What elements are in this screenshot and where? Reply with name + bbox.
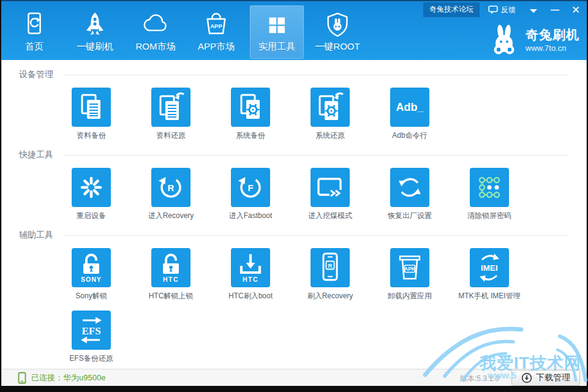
status-bar: 已连接：华为u9500e 版本:5.3.1.0 下载管理 <box>1 369 587 386</box>
section-quick-tools-row: 重启设备 R 进入Recovery F 进入 <box>2 168 586 221</box>
section-divider <box>63 155 569 156</box>
data-restore-icon <box>151 88 190 127</box>
tool-adb-cli[interactable]: Adb_ Adb命令行 <box>370 88 450 141</box>
tool-label: Adb命令行 <box>392 130 427 141</box>
svg-text:Adb_: Adb_ <box>396 101 424 113</box>
tool-system-backup[interactable]: 系统备份 <box>211 88 290 141</box>
svg-text:SONY: SONY <box>81 276 102 283</box>
efs-icon: EFS <box>72 311 111 350</box>
tool-system-restore[interactable]: 系统还原 <box>290 88 370 141</box>
htc-lock-icon: HTC <box>151 248 190 287</box>
tool-clear-lock-password[interactable]: 清除锁屏密码 <box>450 168 529 221</box>
tab-rom-market[interactable]: ROM市场 <box>129 6 183 59</box>
tool-label: 清除锁屏密码 <box>467 211 511 221</box>
tool-efs-backup-restore[interactable]: EFS EFS备份还原 <box>51 311 131 364</box>
tab-home[interactable]: 首页 <box>7 6 61 59</box>
grid-icon <box>263 11 291 39</box>
feedback-label: 反馈 <box>501 5 516 15</box>
tool-data-backup[interactable]: 资料备份 <box>51 88 131 141</box>
uninstall-apk-icon: APK <box>390 248 429 287</box>
download-manager-label: 下载管理 <box>536 372 570 383</box>
svg-text:APP: APP <box>210 23 222 29</box>
forum-button[interactable]: 奇兔技术论坛 <box>423 2 480 17</box>
htc-boot-icon: HTC <box>231 248 270 287</box>
tab-label: APP市场 <box>198 41 235 53</box>
tool-htc-unlock-relock[interactable]: HTC HTC解锁上锁 <box>131 248 211 301</box>
shopping-bag-icon: APP <box>202 11 230 39</box>
tool-enter-download-mode[interactable]: 进入挖煤模式 <box>290 168 370 221</box>
tool-factory-reset[interactable]: 恢复出厂设置 <box>370 168 450 221</box>
download-icon <box>521 372 532 383</box>
rocket-icon <box>81 11 109 39</box>
tool-htc-flash-boot[interactable]: HTC HTC刷入boot <box>211 248 290 301</box>
tab-label: ROM市场 <box>136 41 176 53</box>
connection-text: 已连接：华为u9500e <box>31 372 105 383</box>
tool-flash-recovery[interactable]: R 刷入Recovery <box>290 248 370 301</box>
svg-text:R: R <box>328 262 333 269</box>
section-divider <box>63 235 569 236</box>
recovery-icon: R <box>151 168 190 207</box>
imei-icon: IMEI <box>470 248 509 287</box>
tab-app-market[interactable]: APP APP市场 <box>189 6 243 59</box>
app-logo: 奇兔刷机 www.7to.cn <box>487 22 579 56</box>
svg-text:HTC: HTC <box>243 276 258 283</box>
svg-text:R: R <box>168 183 175 193</box>
tab-one-key-root[interactable]: 一键ROOT <box>311 6 364 59</box>
section-title: 辅助工具 <box>19 230 53 241</box>
fastboot-icon: F <box>231 168 270 207</box>
flash-recovery-icon: R <box>311 248 350 287</box>
tool-label: 卸载内置应用 <box>388 291 432 301</box>
cloud-icon <box>141 11 170 39</box>
tool-label: 进入Fastboot <box>229 211 273 221</box>
minimize-button[interactable]: — <box>549 5 561 15</box>
tool-label: 进入Recovery <box>148 211 194 221</box>
svg-text:HTC: HTC <box>163 276 179 283</box>
tool-label: 恢复出厂设置 <box>388 211 432 221</box>
section-aux-tools-row: SONY Sony解锁 HTC HTC解锁上锁 <box>2 248 586 364</box>
download-manager-button[interactable]: 下载管理 <box>511 370 580 386</box>
tool-label: Sony解锁 <box>75 291 107 301</box>
tool-data-restore[interactable]: 资料还原 <box>131 88 211 141</box>
restart-icon <box>72 168 111 207</box>
section-title: 快捷工具 <box>19 149 53 160</box>
svg-text:EFS: EFS <box>81 325 100 337</box>
section-device-management-header: 设备管理 <box>2 69 586 81</box>
tool-label: 系统备份 <box>236 130 265 141</box>
header: 首页 一键刷机 <box>1 0 587 60</box>
tool-enter-recovery[interactable]: R 进入Recovery <box>131 168 211 221</box>
tool-label: 进入挖煤模式 <box>308 211 352 221</box>
tool-enter-fastboot[interactable]: F 进入Fastboot <box>211 168 290 221</box>
system-backup-icon <box>231 88 270 127</box>
tool-label: 资料还原 <box>156 130 186 141</box>
svg-text:IMEI: IMEI <box>481 263 498 273</box>
download-mode-icon <box>311 168 350 207</box>
adb-cli-icon: Adb_ <box>390 88 429 127</box>
home-phone-refresh-icon <box>20 11 48 39</box>
menu-dropdown-button[interactable] <box>527 4 540 15</box>
app-window: 首页 一键刷机 <box>0 0 588 392</box>
factory-reset-icon <box>390 168 429 207</box>
nav-tabs: 首页 一键刷机 <box>7 2 364 60</box>
tool-label: 刷入Recovery <box>307 291 353 301</box>
svg-text:APK: APK <box>404 266 416 272</box>
tab-one-key-flash[interactable]: 一键刷机 <box>68 6 122 59</box>
tool-uninstall-builtin-apps[interactable]: APK 卸载内置应用 <box>370 248 450 301</box>
tool-mtk-imei-manager[interactable]: IMEI MTK手机 IMEI管理 <box>450 248 529 301</box>
section-device-management-row: 资料备份 资料还原 <box>2 88 586 141</box>
feedback-button[interactable]: 反馈 <box>488 5 516 15</box>
tool-restart-device[interactable]: 重启设备 <box>51 168 131 221</box>
data-backup-icon <box>72 88 111 127</box>
svg-text:F: F <box>247 183 253 193</box>
tab-label: 实用工具 <box>258 41 295 53</box>
speech-bubble-icon <box>488 5 498 15</box>
tab-utility-tools[interactable]: 实用工具 <box>250 6 304 59</box>
rabbit-logo-icon <box>487 22 521 56</box>
tool-sony-unlock[interactable]: SONY Sony解锁 <box>51 248 131 301</box>
close-button[interactable]: ✕ <box>570 4 582 17</box>
phone-connected-icon <box>18 372 26 384</box>
version-text: 版本:5.3.1.0 <box>460 374 499 384</box>
tool-label: MTK手机 IMEI管理 <box>458 291 520 301</box>
chevron-down-icon <box>530 9 537 13</box>
logo-title: 奇兔刷机 <box>526 26 579 43</box>
sony-unlock-icon: SONY <box>72 248 111 287</box>
